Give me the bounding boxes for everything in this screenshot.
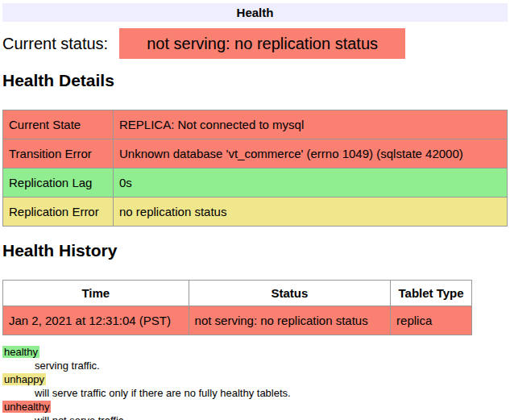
table-row: Transition Error Unknown database 'vt_co… bbox=[3, 139, 508, 168]
detail-label: Replication Error bbox=[3, 198, 114, 227]
history-time: Jan 2, 2021 at 12:31:04 (PST) bbox=[3, 306, 189, 335]
detail-value: no replication status bbox=[114, 198, 508, 227]
legend-term: unhealthy bbox=[2, 400, 508, 414]
table-row: Current State REPLICA: Not connected to … bbox=[3, 110, 508, 139]
table-row: Replication Lag 0s bbox=[3, 168, 508, 198]
health-details-title: Health Details bbox=[2, 71, 508, 90]
legend-term-unhappy: unhappy bbox=[2, 373, 46, 385]
detail-label: Replication Lag bbox=[3, 168, 114, 198]
health-history-title: Health History bbox=[2, 241, 508, 260]
legend-definition: serving traffic. bbox=[35, 359, 508, 372]
current-status-line: Current status:not serving: no replicati… bbox=[2, 35, 508, 53]
detail-value: Unknown database 'vt_commerce' (errno 10… bbox=[114, 139, 508, 168]
legend: healthy serving traffic. unhappy will se… bbox=[2, 345, 508, 420]
detail-label: Current State bbox=[3, 110, 114, 139]
health-details-table: Current State REPLICA: Not connected to … bbox=[2, 110, 508, 227]
legend-term: healthy bbox=[2, 345, 508, 359]
detail-label: Transition Error bbox=[3, 139, 114, 168]
table-row: Replication Error no replication status bbox=[3, 198, 508, 227]
current-status-label: Current status: bbox=[2, 35, 108, 52]
history-status: not serving: no replication status bbox=[189, 306, 391, 335]
detail-value: REPLICA: Not connected to mysql bbox=[114, 110, 508, 139]
history-header-time: Time bbox=[3, 281, 189, 306]
history-tablet-type: replica bbox=[391, 306, 472, 335]
legend-term-unhealthy: unhealthy bbox=[2, 401, 51, 413]
spacer bbox=[2, 227, 508, 241]
health-history-table: Time Status Tablet Type Jan 2, 2021 at 1… bbox=[2, 280, 472, 335]
current-status-badge: not serving: no replication status bbox=[119, 28, 405, 59]
legend-term: unhappy bbox=[2, 372, 508, 386]
table-row: Jan 2, 2021 at 12:31:04 (PST) not servin… bbox=[3, 306, 472, 335]
legend-definition: will not serve traffic. bbox=[35, 414, 508, 420]
page-title: Health bbox=[2, 3, 508, 22]
table-header-row: Time Status Tablet Type bbox=[3, 281, 472, 306]
detail-value: 0s bbox=[114, 168, 508, 198]
legend-term-healthy: healthy bbox=[2, 346, 39, 358]
legend-definition: will serve traffic only if there are no … bbox=[35, 386, 508, 400]
history-header-tablet-type: Tablet Type bbox=[391, 281, 472, 306]
history-header-status: Status bbox=[189, 281, 391, 306]
